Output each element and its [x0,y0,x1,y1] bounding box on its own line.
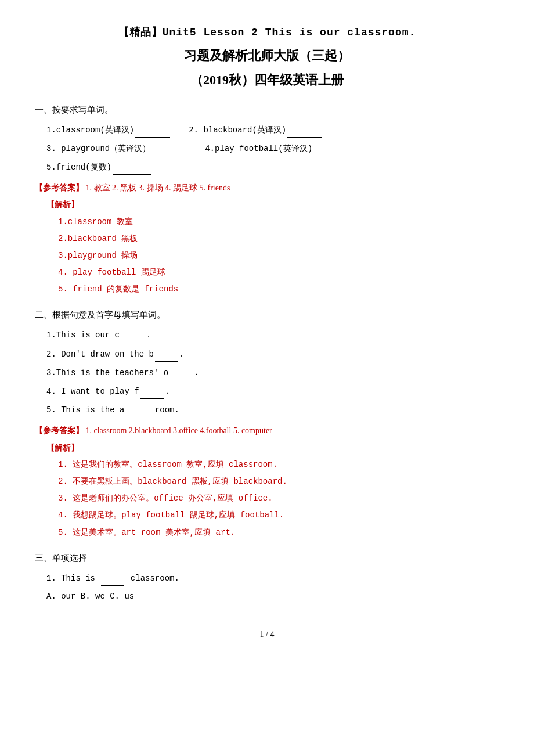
section1-q1: 1.classroom(英译汉) [46,123,171,138]
section2-header: 二、根据句意及首字母填写单词。 [35,307,499,323]
section3-q1-text: 1. This is classroom. [46,571,499,586]
page-number: 1 / 4 [35,627,499,642]
title-area: 【精品】Unit5 Lesson 2 This is our classroom… [35,23,499,92]
section1-q3: 3. playground（英译汉） [46,141,187,156]
section2-analysis-1: 1. 这是我们的教室。classroom 教室,应填 classroom. [58,458,499,472]
blank-2-3 [169,365,193,380]
blank-1-3 [151,141,186,156]
blank-2-5 [125,402,149,417]
blank-1-5 [113,160,151,175]
section2-answer-label: 【参考答案】 [35,426,84,435]
blank-1-4 [313,141,348,156]
section2-analysis-5: 5. 这是美术室。art room 美术室,应填 art. [58,525,499,540]
section1-analysis-label: 【解析】 [46,197,499,212]
section1-analysis-2: 2.blackboard 黑板 [58,232,499,246]
blank-1-2 [287,123,322,138]
section2-q1: 1.This is our c . [46,327,499,343]
subtitle1: 习题及解析北师大版（三起） [35,44,499,67]
section1-header: 一、按要求写单词。 [35,102,499,118]
section1-analysis-5: 5. friend 的复数是 friends [58,282,499,297]
section2-q3: 3.This is the teachers' o . [46,365,499,380]
blank-2-1 [121,327,145,343]
section2-q5: 5. This is the a room. [46,402,499,417]
section1-q2: 2. blackboard(英译汉) [189,123,323,138]
section1-analysis-1: 1.classroom 教室 [58,215,499,229]
section2-answers: 1. classroom 2.blackboard 3.office 4.foo… [86,426,272,435]
section1-analysis-4: 4. play football 踢足球 [58,265,499,280]
section2-analysis-2: 2. 不要在黑板上画。blackboard 黑板,应填 blackboard. [58,474,499,489]
section1-q5: 5.friend(复数) [46,160,499,175]
subtitle2: （2019秋）四年级英语上册 [35,69,499,92]
section2-q2: 2. Don't draw on the b . [46,347,499,362]
section3-header: 三、单项选择 [35,550,499,566]
section1-answer-block: 【参考答案】 1. 教室 2. 黑板 3. 操场 4. 踢足球 5. frien… [35,181,499,195]
section1-answers: 1. 教室 2. 黑板 3. 操场 4. 踢足球 5. friends [86,183,230,192]
section1-questions-row1: 1.classroom(英译汉) 2. blackboard(英译汉) [46,123,499,138]
section1-analysis-3: 3.playground 操场 [58,249,499,263]
section1-questions-row2: 3. playground（英译汉） 4.play football(英译汉) [46,141,499,156]
blank-2-2 [155,347,178,362]
section2-analysis-label: 【解析】 [46,441,499,455]
section2-analysis-4: 4. 我想踢足球。play football 踢足球,应填 football. [58,508,499,523]
section3-q1-options: A. our B. we C. us [46,589,499,604]
section2-q4: 4. I want to play f . [46,384,499,399]
blank-3-1 [101,571,124,586]
section1-answer-label: 【参考答案】 [35,183,84,192]
section1-q4: 4.play football(英译汉) [205,141,349,156]
main-title: 【精品】Unit5 Lesson 2 This is our classroom… [35,23,499,42]
section2-answer-block: 【参考答案】 1. classroom 2.blackboard 3.offic… [35,423,499,438]
section2-analysis-3: 3. 这是老师们的办公室。office 办公室,应填 office. [58,491,499,506]
blank-1-1 [135,123,170,138]
blank-2-4 [140,384,164,399]
